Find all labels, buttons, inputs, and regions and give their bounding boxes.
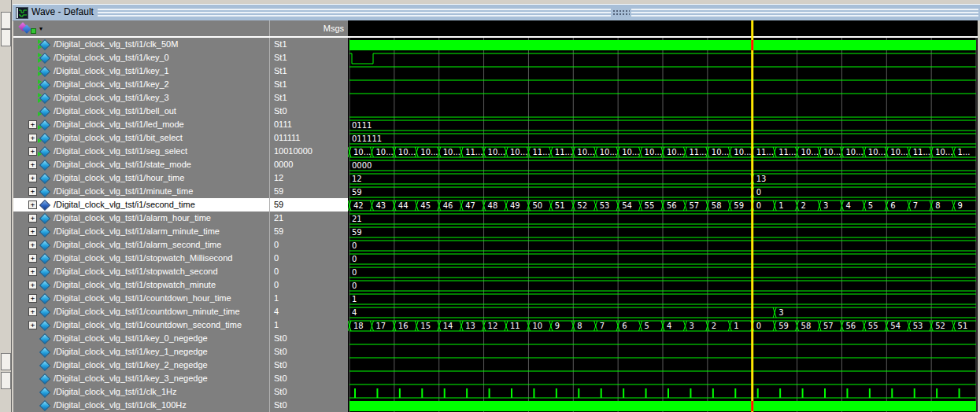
wave-window: Wave - Default ▾ Msgs /Digital_clock_vlg…: [11, 0, 980, 412]
bus-value-label: 59: [352, 188, 362, 197]
signal-value: 0: [269, 278, 348, 292]
signal-row[interactable]: +/Digital_clock_vlg_tst/i1/state_mode000…: [13, 158, 348, 171]
signal-row[interactable]: /Digital_clock_vlg_tst/i1/key_3St1: [13, 91, 348, 105]
signal-row[interactable]: /Digital_clock_vlg_tst/i1/clk_1HzSt0: [13, 385, 348, 399]
bus-value-label: 0111: [352, 121, 372, 130]
signal-row[interactable]: +/Digital_clock_vlg_tst/i1/bit_select011…: [13, 131, 348, 145]
signal-name: /Digital_clock_vlg_tst/i1/state_mode: [54, 158, 191, 171]
signal-row[interactable]: +/Digital_clock_vlg_tst/i1/minute_time59: [13, 185, 348, 198]
expand-toggle-icon[interactable]: +: [28, 160, 37, 169]
expand-toggle-icon[interactable]: +: [28, 307, 37, 316]
signal-row[interactable]: /Digital_clock_vlg_tst/i1/key_2St1: [13, 78, 348, 91]
bus-value-label: 0: [352, 281, 357, 290]
wave-toolbar: ▾ Msgs: [13, 20, 348, 36]
signal-name: /Digital_clock_vlg_tst/i1/second_time: [54, 198, 195, 212]
signal-row[interactable]: +/Digital_clock_vlg_tst/i1/stopwatch_sec…: [13, 265, 348, 278]
signal-row[interactable]: +/Digital_clock_vlg_tst/i1/seg_select100…: [13, 145, 348, 158]
expand-toggle-icon[interactable]: +: [28, 294, 37, 303]
edge-scroll-button[interactable]: [1, 372, 11, 389]
expand-toggle-icon[interactable]: +: [28, 147, 37, 156]
msgs-column-header[interactable]: Msgs: [269, 20, 348, 36]
expand-toggle-icon[interactable]: +: [28, 254, 37, 263]
expand-toggle-icon[interactable]: +: [28, 134, 37, 142]
signal-internal-icon: [39, 226, 50, 237]
signal-row[interactable]: +/Digital_clock_vlg_tst/i1/alarm_second_…: [13, 238, 348, 252]
signal-row[interactable]: /Digital_clock_vlg_tst/i1/key_0St1: [13, 51, 348, 64]
bus-value-label: 54: [622, 201, 632, 210]
signal-internal-icon: [39, 333, 50, 344]
signal-internal-icon: [39, 387, 50, 397]
signal-row[interactable]: /Digital_clock_vlg_tst/i1/key_0_negedgeS…: [13, 332, 348, 345]
signal-internal-icon: [39, 213, 50, 223]
signal-name: /Digital_clock_vlg_tst/i1/led_mode: [54, 118, 184, 131]
signal-input-icon: [39, 39, 50, 50]
signal-row[interactable]: +/Digital_clock_vlg_tst/i1/stopwatch_min…: [13, 278, 348, 292]
titlebar-grip[interactable]: [612, 9, 630, 17]
signal-internal-icon: [39, 267, 50, 277]
signal-name: /Digital_clock_vlg_tst/i1/stopwatch_Mill…: [54, 252, 232, 265]
signal-name: /Digital_clock_vlg_tst/i1/key_2: [54, 78, 169, 91]
expand-toggle-icon[interactable]: +: [28, 267, 37, 276]
signal-row[interactable]: +/Digital_clock_vlg_tst/i1/countdown_hou…: [13, 292, 348, 305]
bus-value-label: 10...: [353, 148, 371, 156]
bus-value-label: 58: [801, 322, 812, 330]
signal-row[interactable]: +/Digital_clock_vlg_tst/i1/countdown_sec…: [13, 318, 348, 332]
bus-value-label: 10...: [488, 148, 505, 156]
signal-row[interactable]: /Digital_clock_vlg_tst/i1/key_2_negedgeS…: [13, 359, 348, 372]
parent-edge-strip: [0, 0, 12, 412]
signal-row[interactable]: /Digital_clock_vlg_tst/i1/key_3_negedgeS…: [13, 372, 348, 385]
bus-value-label: 10...: [622, 148, 639, 156]
wave-window-icon: [16, 7, 28, 19]
waveform-canvas[interactable]: 011101111110...10...10...10...10...11...…: [348, 20, 978, 412]
expand-toggle-icon[interactable]: +: [28, 187, 37, 196]
expand-toggle-icon[interactable]: +: [28, 281, 37, 289]
signal-row[interactable]: +/Digital_clock_vlg_tst/i1/led_mode0111: [13, 118, 348, 131]
bus-value-label: 48: [488, 201, 498, 210]
signal-menu-button[interactable]: ▾: [17, 21, 50, 35]
signal-value: 59: [269, 225, 348, 238]
expand-toggle-icon[interactable]: +: [28, 120, 37, 129]
bus-value-label: 10...: [398, 148, 416, 156]
expand-toggle-icon[interactable]: +: [28, 241, 37, 249]
expand-toggle-icon[interactable]: +: [28, 227, 37, 236]
edge-scroll-button[interactable]: [1, 12, 11, 29]
modelsim-frame: Wave - Default ▾ Msgs /Digital_clock_vlg…: [0, 0, 980, 412]
edge-scroll-button[interactable]: [1, 353, 11, 370]
expand-toggle-icon[interactable]: +: [28, 214, 37, 223]
bus-value-label: 5: [868, 201, 873, 210]
signal-row[interactable]: /Digital_clock_vlg_tst/i1/clk_50MSt1: [13, 38, 348, 51]
signal-row[interactable]: +/Digital_clock_vlg_tst/i1/hour_time12: [13, 171, 348, 185]
signal-row[interactable]: +/Digital_clock_vlg_tst/i1/alarm_minute_…: [13, 225, 348, 238]
bus-value-label: 10...: [420, 148, 438, 156]
signal-name: /Digital_clock_vlg_tst/i1/countdown_seco…: [54, 318, 242, 332]
signal-internal-icon: [39, 173, 50, 183]
edge-scroll-button[interactable]: [1, 29, 11, 46]
expand-toggle-icon[interactable]: +: [28, 200, 37, 209]
bus-value-label: 49: [510, 201, 520, 210]
expand-toggle-icon[interactable]: +: [28, 174, 37, 182]
signal-row[interactable]: /Digital_clock_vlg_tst/i1/key_1St1: [13, 64, 348, 78]
bus-value-label: 51: [555, 201, 565, 210]
bus-value-label: 8: [577, 322, 582, 330]
signal-row[interactable]: +/Digital_clock_vlg_tst/i1/alarm_hour_ti…: [13, 212, 348, 225]
bus-value-label: 10...: [712, 148, 729, 156]
signal-row[interactable]: /Digital_clock_vlg_tst/i1/key_1_negedgeS…: [13, 345, 348, 359]
signal-row[interactable]: /Digital_clock_vlg_tst/i1/bell_outSt0: [13, 105, 348, 118]
signal-value: 0000: [269, 158, 348, 171]
signal-row[interactable]: /Digital_clock_vlg_tst/i1/clk_100HzSt0: [13, 399, 348, 412]
bus-value-label: 0000: [352, 161, 372, 170]
bus-value-label: 54: [890, 322, 900, 330]
expand-toggle-icon[interactable]: +: [28, 321, 37, 329]
signal-row[interactable]: +/Digital_clock_vlg_tst/i1/countdown_min…: [13, 305, 348, 318]
wave-titlebar[interactable]: Wave - Default: [13, 4, 980, 21]
time-cursor[interactable]: [751, 20, 753, 412]
bus-value-label: 10...: [734, 148, 751, 156]
signal-internal-icon: [39, 280, 50, 290]
bus-value-label: 43: [375, 201, 386, 210]
bus-value-label: 2: [801, 201, 806, 210]
signal-row[interactable]: +/Digital_clock_vlg_tst/i1/stopwatch_Mil…: [13, 252, 348, 265]
signal-row[interactable]: +/Digital_clock_vlg_tst/i1/second_time59: [13, 198, 348, 212]
bus-value-label: 1...: [958, 148, 971, 156]
signal-value: 0111: [269, 118, 348, 131]
bus-value-label: 55: [868, 322, 878, 330]
